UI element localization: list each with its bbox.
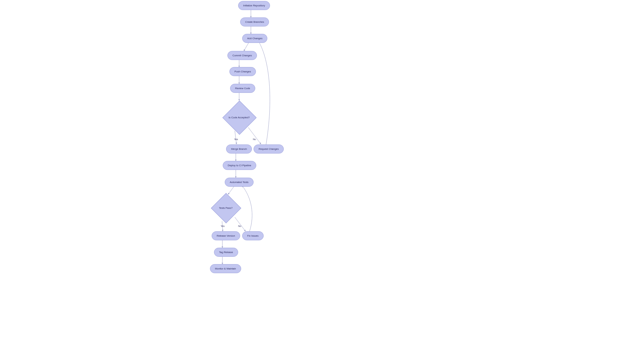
- edges-layer: [0, 0, 644, 362]
- node-is-code-accepted: Is Code Accepted?: [222, 101, 256, 134]
- node-tag-release: Tag Release: [214, 248, 238, 257]
- node-request-changes: Request Changes: [254, 144, 284, 154]
- edge-fix-tests: [242, 186, 252, 231]
- node-review-code: Review Code: [230, 84, 255, 93]
- node-monitor-maintain: Monitor & Maintain: [210, 264, 241, 273]
- edge-request-addchanges: [258, 41, 270, 145]
- node-create-branches: Create Branches: [240, 17, 269, 26]
- node-add-changes: Add Changes: [242, 34, 267, 43]
- node-commit-changes: Commit Changes: [227, 51, 257, 60]
- edge-addchanges-commit: [244, 43, 249, 51]
- node-automated-tests: Automated Tests: [225, 178, 254, 187]
- edge-label-accepted-yes: Yes: [234, 138, 238, 140]
- edge-label-tests-no: No: [238, 225, 241, 227]
- node-merge-branch: Merge Branch: [226, 144, 252, 154]
- node-deploy-ci: Deploy to CI Pipeline: [223, 161, 256, 170]
- node-push-changes: Push Changes: [229, 67, 256, 76]
- node-tests-pass: Tests Pass?: [209, 191, 243, 225]
- node-initialize-repository: Initialize Repository: [238, 1, 270, 10]
- node-release-version: Release Version: [212, 231, 240, 240]
- edge-label-tests-yes: Yes: [221, 225, 224, 227]
- node-fix-issues: Fix Issues: [242, 231, 264, 240]
- edge-label-accepted-no: No: [253, 138, 256, 140]
- flowchart-canvas: Initialize Repository Create Branches Ad…: [0, 0, 644, 362]
